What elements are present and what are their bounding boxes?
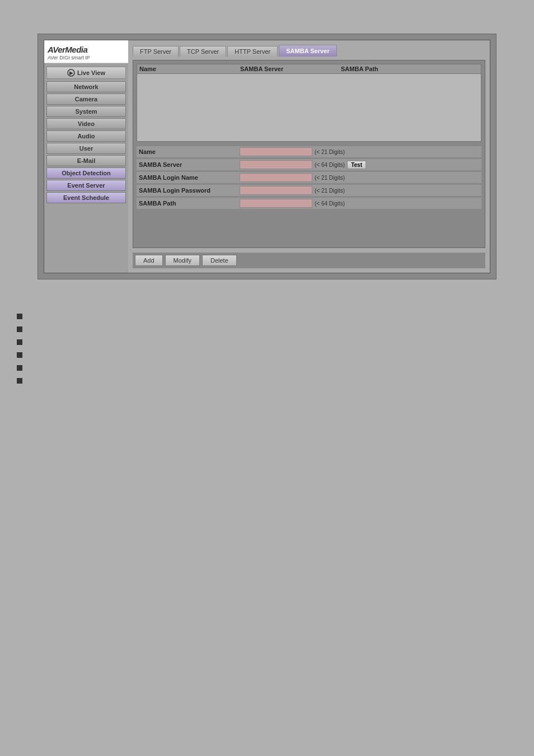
sidebar-item-audio[interactable]: Audio [46, 130, 126, 142]
modify-button[interactable]: Modify [165, 255, 200, 266]
label-samba-server: SAMBA Server [139, 161, 240, 168]
bullets-section [17, 313, 534, 384]
tab-samba[interactable]: SAMBA Server [279, 45, 336, 57]
input-name[interactable] [240, 147, 312, 156]
input-samba-path[interactable] [240, 199, 312, 208]
app-wrapper: AVerMedia AVer DIGI smart IP ▶ Live View… [38, 34, 496, 279]
bullet-6 [17, 377, 534, 384]
input-login-name[interactable] [240, 173, 312, 182]
tab-http[interactable]: HTTP Server [227, 46, 278, 57]
app-container: AVerMedia AVer DIGI smart IP ▶ Live View… [44, 40, 490, 273]
form-row-name: Name (< 21 Digits) [137, 146, 481, 157]
form-section: Name (< 21 Digits) SAMBA Server (< 64 Di… [137, 146, 481, 209]
bullet-square-5 [17, 365, 22, 371]
bullet-2 [17, 326, 534, 332]
col-header-samba-server: SAMBA Server [240, 66, 341, 72]
col-header-samba-path: SAMBA Path [341, 66, 479, 72]
bullet-1 [17, 313, 534, 319]
sidebar-item-video[interactable]: Video [46, 118, 126, 129]
bullet-3 [17, 339, 534, 345]
live-view-icon: ▶ [67, 69, 75, 77]
logo-brand: AVerMedia [48, 45, 125, 54]
input-login-password[interactable] [240, 186, 312, 195]
samba-table: Name SAMBA Server SAMBA Path [137, 64, 481, 142]
bullet-square-4 [17, 352, 22, 358]
add-button[interactable]: Add [135, 255, 163, 266]
hint-name: (< 21 Digits) [315, 149, 345, 155]
tab-tcp[interactable]: TCP Server [180, 46, 226, 57]
action-buttons: Add Modify Delete [133, 253, 485, 268]
form-row-login-password: SAMBA Login Password (< 21 Digits) [137, 185, 481, 196]
sidebar-item-email[interactable]: E-Mail [46, 155, 126, 166]
bottom-spacer [137, 211, 481, 244]
hint-login-password: (< 21 Digits) [315, 188, 345, 194]
sidebar-item-user[interactable]: User [46, 143, 126, 154]
sidebar-item-event-server[interactable]: Event Server [46, 180, 126, 191]
table-body [137, 74, 481, 141]
label-login-name: SAMBA Login Name [139, 174, 240, 181]
bullet-square-6 [17, 378, 22, 384]
table-header: Name SAMBA Server SAMBA Path [137, 64, 481, 74]
sidebar-item-system[interactable]: System [46, 106, 126, 117]
delete-button[interactable]: Delete [202, 255, 237, 266]
label-login-password: SAMBA Login Password [139, 187, 240, 194]
bullet-5 [17, 365, 534, 371]
sidebar-item-network[interactable]: Network [46, 81, 126, 92]
bullet-square-2 [17, 326, 22, 332]
form-row-samba-server: SAMBA Server (< 64 Digits) Test [137, 159, 481, 170]
input-samba-server[interactable] [240, 160, 312, 169]
logo-area: AVerMedia AVer DIGI smart IP [44, 40, 128, 63]
tabs-bar: FTP Server TCP Server HTTP Server SAMBA … [133, 45, 485, 57]
sidebar-item-camera[interactable]: Camera [46, 94, 126, 105]
sidebar-item-object-detection[interactable]: Object Detection [46, 167, 126, 179]
main-content: FTP Server TCP Server HTTP Server SAMBA … [128, 40, 490, 273]
bullet-square-1 [17, 314, 22, 319]
hint-login-name: (< 21 Digits) [315, 175, 345, 181]
label-name: Name [139, 148, 240, 155]
col-header-name: Name [139, 66, 240, 72]
hint-samba-server: (< 64 Digits) [315, 162, 345, 168]
test-button[interactable]: Test [347, 161, 366, 169]
hint-samba-path: (< 64 Digits) [315, 200, 345, 207]
sidebar: AVerMedia AVer DIGI smart IP ▶ Live View… [44, 40, 128, 273]
logo-subtitle: AVer DIGI smart IP [48, 55, 125, 60]
live-view-label: Live View [77, 69, 105, 76]
content-panel: Name SAMBA Server SAMBA Path Name (< 21 … [133, 60, 485, 248]
live-view-button[interactable]: ▶ Live View [46, 67, 126, 79]
bullet-4 [17, 352, 534, 358]
form-row-samba-path: SAMBA Path (< 64 Digits) [137, 198, 481, 209]
logo-text: AVerMedia [48, 45, 87, 54]
tab-ftp[interactable]: FTP Server [133, 46, 179, 57]
bullet-square-3 [17, 339, 22, 345]
label-samba-path: SAMBA Path [139, 200, 240, 207]
sidebar-item-event-schedule[interactable]: Event Schedule [46, 192, 126, 203]
form-row-login-name: SAMBA Login Name (< 21 Digits) [137, 172, 481, 183]
